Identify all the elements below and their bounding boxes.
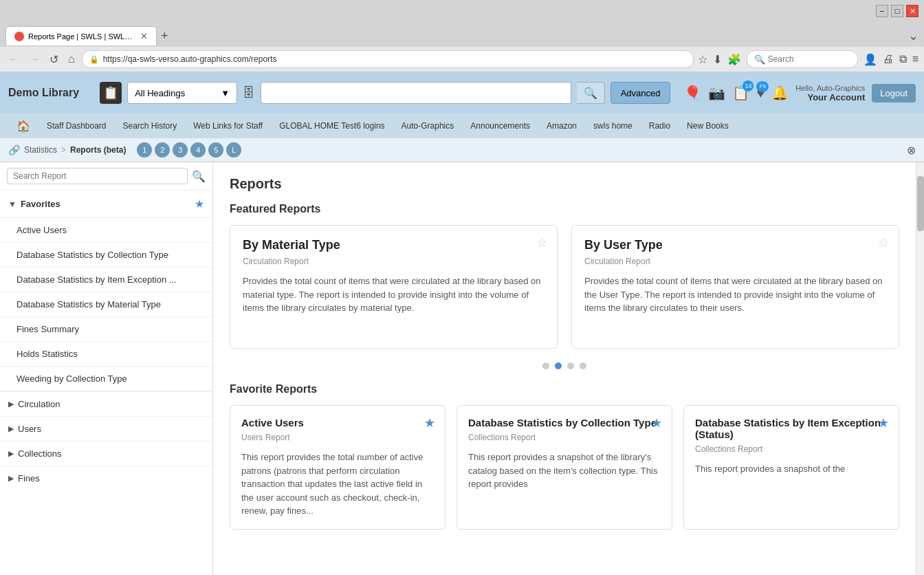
card-star-user-type[interactable]: ☆ <box>878 235 889 250</box>
carousel-dot-4[interactable] <box>580 362 586 369</box>
breadcrumb-statistics[interactable]: Statistics <box>24 145 57 155</box>
right-scrollbar[interactable] <box>916 162 924 575</box>
bell-icon-btn[interactable]: 🔔 <box>771 85 789 101</box>
fav-card-star-db-exception[interactable]: ★ <box>878 415 889 431</box>
page-4[interactable]: 4 <box>190 142 206 158</box>
nav-home[interactable]: 🏠 <box>8 114 38 138</box>
user-info: Hello, Auto-Graphics Your Account <box>795 84 865 102</box>
sidebar-category-fines[interactable]: ▶ Fines <box>0 466 212 490</box>
extensions-icon[interactable]: 🧩 <box>727 53 741 66</box>
featured-card-by-material-type[interactable]: By Material Type Circulation Report Prov… <box>230 225 558 349</box>
nav-radio[interactable]: Radio <box>641 116 679 136</box>
refresh-button[interactable]: ↺ <box>47 52 61 67</box>
sidebar-item-active-users[interactable]: Active Users <box>0 217 212 242</box>
tab-bar: Reports Page | SWLS | SWLS | A... ✕ + ⌄ <box>0 22 924 47</box>
carousel-dot-3[interactable] <box>567 362 574 369</box>
favorite-card-active-users[interactable]: Active Users Users Report This report pr… <box>230 405 446 530</box>
url-bar[interactable]: 🔒 https://qa-swls-verso.auto-graphics.co… <box>82 50 694 68</box>
advanced-search-button[interactable]: Advanced <box>610 82 671 104</box>
logout-button[interactable]: Logout <box>872 84 916 102</box>
sidebar-category-circulation[interactable]: ▶ Circulation <box>0 391 212 416</box>
browser-search-bar[interactable]: 🔍 <box>747 50 858 68</box>
favorite-card-db-stats-collection[interactable]: Database Statistics by Collection Type C… <box>456 405 672 530</box>
sidebar-item-holds-statistics[interactable]: Holds Statistics <box>0 341 212 366</box>
sidebar-item-fines-summary[interactable]: Fines Summary <box>0 316 212 341</box>
minimize-button[interactable]: − <box>876 5 888 17</box>
users-chevron-icon: ▶ <box>8 424 14 433</box>
database-icon[interactable]: 🗄 <box>243 86 255 100</box>
featured-section-title: Featured Reports <box>230 203 899 215</box>
close-button[interactable]: ✕ <box>906 5 918 17</box>
sidebar-item-db-stats-material[interactable]: Database Statistics by Material Type <box>0 292 212 316</box>
favorites-header[interactable]: ▼ Favorites ★ <box>0 191 212 217</box>
sidebar-item-db-stats-exception[interactable]: Database Statistics by Item Exception ..… <box>0 267 212 292</box>
home-button[interactable]: ⌂ <box>65 52 78 67</box>
card-desc-user-type: Provides the total count of items that w… <box>584 274 886 315</box>
browser-search-input[interactable] <box>768 54 850 64</box>
card-desc-material-type: Provides the total count of items that w… <box>243 274 544 315</box>
balloon-icon-btn[interactable]: 🎈 <box>684 85 701 101</box>
page-5[interactable]: 5 <box>208 142 223 158</box>
heart-icon-btn[interactable]: ♥ F9 <box>756 85 764 101</box>
nav-auto-graphics[interactable]: Auto-Graphics <box>393 116 463 136</box>
sidebar-search-input[interactable] <box>7 168 188 184</box>
maximize-button[interactable]: □ <box>891 5 903 17</box>
heading-dropdown[interactable]: All Headings ▼ <box>127 82 237 104</box>
sidebar-category-users[interactable]: ▶ Users <box>0 416 212 441</box>
page-3[interactable]: 3 <box>173 142 188 158</box>
main-search-input[interactable] <box>261 82 571 104</box>
nav-bar: 🏠 Staff Dashboard Search History Web Lin… <box>0 113 924 138</box>
print-icon[interactable]: 🖨 <box>883 53 894 65</box>
new-tab-button[interactable]: + <box>161 29 168 43</box>
nav-new-books[interactable]: New Books <box>679 116 737 136</box>
carousel-dot-1[interactable] <box>542 362 549 369</box>
fav-card-star-active-users[interactable]: ★ <box>424 415 435 431</box>
fav-card-star-db-collection[interactable]: ★ <box>651 415 662 431</box>
nav-web-links[interactable]: Web Links for Staff <box>185 116 271 136</box>
breadcrumb-reports[interactable]: Reports (beta) <box>70 145 126 155</box>
fines-label: Fines <box>18 473 40 484</box>
user-account-link[interactable]: Your Account <box>795 92 865 102</box>
app-header: Demo Library 📋 All Headings ▼ 🗄 🔍 Advanc… <box>0 72 924 113</box>
favorite-card-db-stats-exception[interactable]: Database Statistics by Item Exception (S… <box>683 405 899 530</box>
forward-button[interactable]: → <box>26 52 43 67</box>
card-type-material-type: Circulation Report <box>243 257 544 266</box>
menu-icon[interactable]: ≡ <box>912 53 918 65</box>
messages-badge: F9 <box>756 81 769 92</box>
card-title-material-type: By Material Type <box>243 238 544 252</box>
carousel-dot-2[interactable] <box>555 362 562 369</box>
checklist-icon-btn[interactable]: 📋 14 <box>732 85 749 101</box>
card-star-material-type[interactable]: ☆ <box>536 235 547 250</box>
nav-swls-home[interactable]: swls home <box>585 116 641 136</box>
favorites-title: Favorites <box>21 199 190 209</box>
tab-close-button[interactable]: ✕ <box>140 31 148 41</box>
favorites-star-icon[interactable]: ★ <box>195 197 204 210</box>
nav-amazon[interactable]: Amazon <box>538 116 585 136</box>
main-search-button[interactable]: 🔍 <box>577 82 605 104</box>
breadcrumb-close-button[interactable]: ⊗ <box>907 144 916 157</box>
card-title-user-type: By User Type <box>584 238 886 252</box>
page-2[interactable]: 2 <box>155 142 170 158</box>
sidebar-search-button[interactable]: 🔍 <box>192 170 206 183</box>
active-tab[interactable]: Reports Page | SWLS | SWLS | A... ✕ <box>6 26 157 45</box>
reports-area: Reports Featured Reports By Material Typ… <box>213 162 916 575</box>
nav-search-history[interactable]: Search History <box>115 116 186 136</box>
camera-icon-btn[interactable]: 📷 <box>708 85 725 101</box>
checklist-badge: 14 <box>742 80 754 91</box>
page-1[interactable]: 1 <box>137 142 152 158</box>
featured-card-by-user-type[interactable]: By User Type Circulation Report Provides… <box>571 225 899 349</box>
sidebar-icon[interactable]: ⧉ <box>899 53 907 65</box>
search-area: 📋 All Headings ▼ 🗄 🔍 Advanced <box>100 82 670 104</box>
nav-announcements[interactable]: Announcements <box>462 116 538 136</box>
nav-staff-dashboard[interactable]: Staff Dashboard <box>38 116 115 136</box>
sidebar-item-db-stats-collection[interactable]: Database Statistics by Collection Type <box>0 242 212 267</box>
sidebar-item-weeding[interactable]: Weeding by Collection Type <box>0 366 212 391</box>
page-l[interactable]: L <box>226 142 241 158</box>
nav-global-home[interactable]: GLOBAL HOME Test6 logins <box>271 116 393 136</box>
logo-icon: 📋 <box>103 85 118 100</box>
back-button[interactable]: ← <box>6 52 22 67</box>
sidebar-category-collections[interactable]: ▶ Collections <box>0 441 212 466</box>
profile-icon[interactable]: 👤 <box>864 53 877 66</box>
download-icon[interactable]: ⬇ <box>713 53 722 66</box>
bookmark-icon[interactable]: ☆ <box>698 53 707 66</box>
